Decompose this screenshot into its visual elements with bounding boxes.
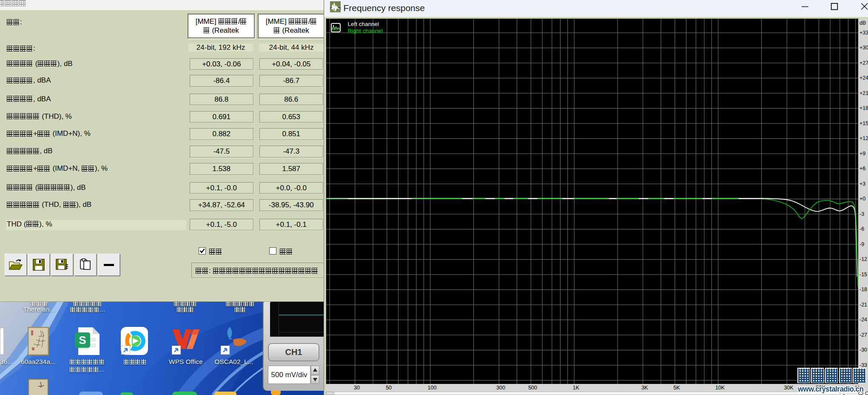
svg-text:S: S (79, 334, 86, 346)
